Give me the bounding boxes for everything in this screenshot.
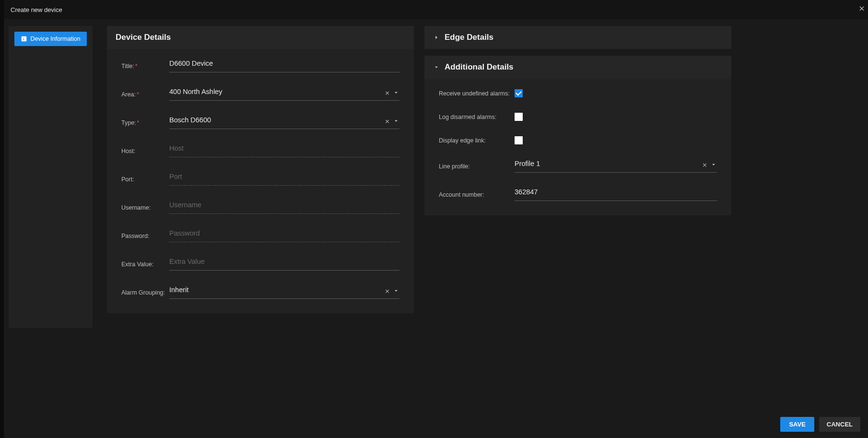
create-device-modal: Create new device Device Information Dev… (4, 0, 868, 438)
title-label: Title:* (121, 63, 169, 70)
alarm-grouping-select[interactable]: Inherit (169, 286, 399, 299)
modal-footer: SAVE CANCEL (4, 410, 868, 438)
chevron-down-icon[interactable] (393, 287, 399, 294)
account-number-label: Account number: (439, 191, 515, 198)
modal-title: Create new device (11, 6, 62, 13)
display-edge-link-label: Display edge link: (439, 137, 515, 144)
host-label: Host: (121, 148, 169, 154)
log-disarmed-alarms-label: Log disarmed alarms: (439, 114, 515, 120)
additional-details-title: Additional Details (445, 62, 514, 72)
type-select[interactable]: Bosch D6600 (169, 116, 399, 129)
line-profile-select[interactable]: Profile 1 (515, 160, 717, 173)
receive-undefined-alarms-label: Receive undefined alarms: (439, 90, 515, 97)
edge-details-header[interactable]: Edge Details (424, 26, 731, 49)
host-input[interactable]: Host (169, 144, 399, 157)
port-input[interactable]: Port (169, 173, 399, 186)
clear-icon[interactable] (702, 162, 707, 167)
port-label: Port: (121, 176, 169, 183)
edge-details-panel: Edge Details (424, 26, 731, 49)
cancel-button[interactable]: CANCEL (819, 417, 860, 432)
clear-icon[interactable] (385, 90, 390, 95)
receive-undefined-alarms-checkbox[interactable] (515, 89, 523, 97)
chevron-right-icon (433, 34, 440, 41)
area-select[interactable]: 400 North Ashley (169, 88, 399, 101)
close-icon[interactable] (858, 5, 865, 13)
form-area: Device Details Title:* D6600 Device Area… (107, 26, 861, 410)
device-information-label: Device Information (30, 36, 80, 42)
save-button[interactable]: SAVE (780, 417, 814, 432)
username-input[interactable]: Username (169, 201, 399, 214)
password-input[interactable]: Password (169, 229, 399, 242)
modal-header: Create new device (4, 0, 868, 19)
type-label: Type:* (121, 119, 169, 126)
password-label: Password: (121, 233, 169, 239)
username-label: Username: (121, 204, 169, 211)
device-details-title: Device Details (116, 33, 171, 42)
device-details-panel: Device Details Title:* D6600 Device Area… (107, 26, 414, 313)
display-edge-link-checkbox[interactable] (515, 136, 523, 144)
side-nav: Device Information (9, 26, 93, 328)
device-details-header: Device Details (107, 26, 414, 49)
area-label: Area:* (121, 91, 169, 98)
title-input[interactable]: D6600 Device (169, 59, 399, 72)
info-icon (21, 36, 27, 42)
additional-details-panel: Additional Details Receive undefined ala… (424, 56, 731, 215)
chevron-down-icon[interactable] (393, 118, 399, 124)
extra-value-input[interactable]: Extra Value (169, 258, 399, 271)
edge-details-title: Edge Details (445, 33, 493, 42)
chevron-down-icon (433, 64, 440, 71)
alarm-grouping-label: Alarm Grouping: (121, 289, 169, 296)
device-information-tab[interactable]: Device Information (14, 32, 87, 46)
account-number-input[interactable]: 362847 (515, 188, 717, 201)
extra-value-label: Extra Value: (121, 261, 169, 268)
additional-details-header[interactable]: Additional Details (424, 56, 731, 79)
modal-body: Device Information Device Details Title:… (4, 19, 868, 410)
log-disarmed-alarms-checkbox[interactable] (515, 113, 523, 121)
chevron-down-icon[interactable] (393, 89, 399, 96)
clear-icon[interactable] (385, 118, 390, 124)
clear-icon[interactable] (385, 288, 390, 294)
chevron-down-icon[interactable] (710, 161, 717, 168)
line-profile-label: Line profile: (439, 163, 515, 170)
